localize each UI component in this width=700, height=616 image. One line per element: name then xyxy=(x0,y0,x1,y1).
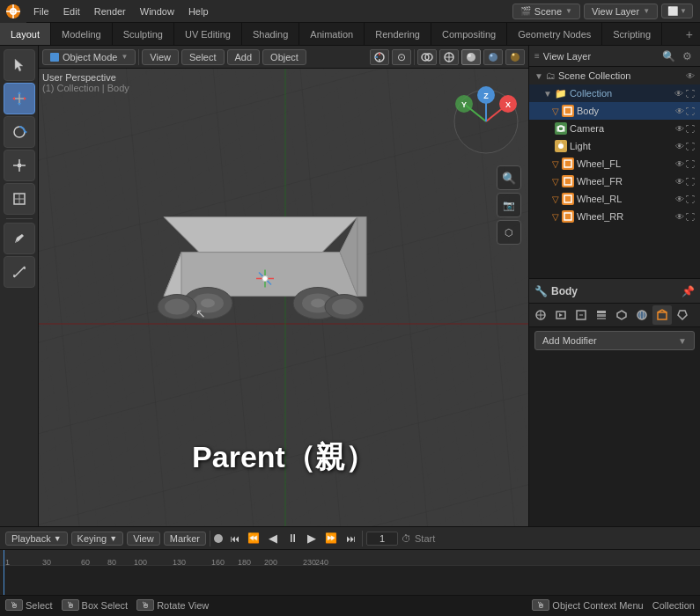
menu-render[interactable]: Render xyxy=(87,0,133,22)
viewport-view-menu[interactable]: View xyxy=(142,49,179,65)
props-icon-object[interactable] xyxy=(652,305,672,325)
outliner-item-wheel-fr[interactable]: ▽ Wheel_FR 👁 ⛶ xyxy=(529,172,700,190)
props-icon-render[interactable] xyxy=(551,305,571,325)
viewport-add-menu[interactable]: Add xyxy=(227,49,261,65)
menu-edit[interactable]: Edit xyxy=(56,0,87,22)
tab-sculpting[interactable]: Sculpting xyxy=(113,23,174,45)
measure-tool[interactable] xyxy=(4,256,35,288)
camera-eye[interactable]: 👁 xyxy=(675,124,684,134)
play-reverse-btn[interactable]: ◀ xyxy=(265,531,281,546)
timeline-view-menu[interactable]: View xyxy=(127,532,160,546)
collection-hide-select[interactable]: ⛶ xyxy=(686,89,695,99)
timeline-playhead[interactable] xyxy=(4,550,4,595)
light-restrict[interactable]: ⛶ xyxy=(686,142,695,151)
tab-animation[interactable]: Animation xyxy=(299,23,365,45)
statusbar-rotate-view[interactable]: 🖱 Rotate View xyxy=(136,599,209,611)
body-eye[interactable]: 👁 xyxy=(675,106,684,116)
move-tool[interactable] xyxy=(4,83,35,114)
jump-end-btn[interactable]: ⏭ xyxy=(343,531,358,546)
menu-file[interactable]: File xyxy=(26,0,56,22)
props-icon-world[interactable] xyxy=(632,305,652,325)
wheel-fl-eye[interactable]: 👁 xyxy=(675,159,684,169)
scene-collection-eye[interactable]: 👁 xyxy=(686,71,695,81)
viewport-object-menu[interactable]: Object xyxy=(262,49,306,65)
camera-view-button[interactable]: 📷 xyxy=(497,193,521,217)
menu-window[interactable]: Window xyxy=(133,0,181,22)
wheel-rl-eye[interactable]: 👁 xyxy=(675,194,684,204)
viewport-overlay-toggle[interactable]: ⊙ xyxy=(392,49,411,65)
solid-shading[interactable] xyxy=(461,49,481,65)
tab-rendering[interactable]: Rendering xyxy=(365,23,431,45)
timeline-playback-menu[interactable]: Playback▼ xyxy=(5,532,68,546)
rotate-tool[interactable] xyxy=(4,116,35,148)
properties-pin[interactable]: 📌 xyxy=(682,285,695,297)
camera-restrict[interactable]: ⛶ xyxy=(686,124,695,134)
current-frame-input[interactable]: 1 xyxy=(366,532,398,546)
navigation-gizmo[interactable]: X Y Z xyxy=(451,86,521,157)
wheel-rr-eye[interactable]: 👁 xyxy=(675,212,684,222)
annotate-tool[interactable] xyxy=(4,223,35,254)
xray-toggle[interactable] xyxy=(417,49,437,65)
props-icon-viewlayer[interactable] xyxy=(592,305,611,325)
collection-eye[interactable]: 👁 xyxy=(674,89,683,99)
material-shading[interactable] xyxy=(483,49,503,65)
body-select[interactable]: ⛶ xyxy=(686,106,695,116)
viewport-gizmo-toggle[interactable] xyxy=(370,49,389,65)
blender-logo[interactable] xyxy=(0,0,26,23)
statusbar-context-menu[interactable]: 🖱 Object Context Menu xyxy=(532,599,643,611)
engine-selector[interactable]: ⬜ ▼ xyxy=(661,4,693,18)
transform-tool[interactable] xyxy=(4,183,35,215)
light-eye[interactable]: 👁 xyxy=(675,142,684,151)
outliner-item-wheel-fl[interactable]: ▽ Wheel_FL 👁 ⛶ xyxy=(529,155,700,172)
outliner-item-light[interactable]: Light 👁 ⛶ xyxy=(529,137,700,155)
wheel-rl-restrict[interactable]: ⛶ xyxy=(686,194,695,204)
object-mode-selector[interactable]: Object Mode ▼ xyxy=(42,49,136,65)
outliner-item-wheel-rr[interactable]: ▽ Wheel_RR 👁 ⛶ xyxy=(529,208,700,225)
wheel-fr-eye[interactable]: 👁 xyxy=(675,177,684,187)
wheel-fl-restrict[interactable]: ⛶ xyxy=(686,159,695,169)
wheel-rr-restrict[interactable]: ⛶ xyxy=(686,212,695,222)
outliner-item-wheel-rl[interactable]: ▽ Wheel_RL 👁 ⛶ xyxy=(529,190,700,208)
cursor-tool[interactable] xyxy=(4,49,35,81)
scene-collection-row[interactable]: ▼ 🗂 Scene Collection 👁 xyxy=(529,67,700,84)
outliner-filter[interactable]: ⚙ xyxy=(679,49,695,63)
outliner-search[interactable]: 🔍 xyxy=(660,49,676,63)
tab-modeling[interactable]: Modeling xyxy=(51,23,113,45)
tab-layout[interactable]: Layout xyxy=(0,23,51,45)
collection-row[interactable]: ▼ 📁 Collection 👁 ⛶ xyxy=(529,84,700,102)
props-icon-scene2[interactable] xyxy=(612,305,631,325)
tab-geometry-nodes[interactable]: Geometry Nodes xyxy=(507,23,602,45)
next-keyframe-btn[interactable]: ⏩ xyxy=(323,531,339,546)
tab-scripting[interactable]: Scripting xyxy=(602,23,662,45)
tab-compositing[interactable]: Compositing xyxy=(431,23,507,45)
prev-keyframe-btn[interactable]: ⏪ xyxy=(246,531,262,546)
menu-help[interactable]: Help xyxy=(181,0,216,22)
viewport-select-menu[interactable]: Select xyxy=(181,49,225,65)
statusbar-select[interactable]: 🖱 Select xyxy=(5,599,53,611)
outliner-item-camera[interactable]: Camera 👁 ⛶ xyxy=(529,120,700,137)
props-icon-output[interactable] xyxy=(571,305,591,325)
tab-shading[interactable]: Shading xyxy=(242,23,299,45)
tab-uv[interactable]: UV Editing xyxy=(174,23,242,45)
add-workspace-button[interactable]: + xyxy=(679,27,700,41)
svg-text:X: X xyxy=(505,100,511,109)
scale-tool[interactable] xyxy=(4,150,35,181)
rendered-shading[interactable] xyxy=(505,49,525,65)
timeline-keying-menu[interactable]: Keying▼ xyxy=(71,532,124,546)
statusbar-box-select[interactable]: 🖱 Box Select xyxy=(62,599,129,611)
play-btn[interactable]: ▶ xyxy=(304,531,320,546)
stop-btn[interactable]: ⏸ xyxy=(284,531,300,546)
wheel-fr-restrict[interactable]: ⛶ xyxy=(686,177,695,187)
keyframe-dot[interactable] xyxy=(214,534,223,543)
props-icon-modifier[interactable] xyxy=(673,305,692,325)
add-modifier-button[interactable]: Add Modifier ▼ xyxy=(534,331,695,350)
ortho-persp-button[interactable]: ⬡ xyxy=(497,220,521,245)
props-icon-scene[interactable] xyxy=(531,305,550,325)
view-layer-selector[interactable]: View Layer ▼ xyxy=(584,4,658,19)
wireframe-shading[interactable] xyxy=(439,49,459,65)
timeline-marker-menu[interactable]: Marker xyxy=(164,532,206,546)
scene-selector[interactable]: 🎬 Scene ▼ xyxy=(512,4,580,19)
jump-start-btn[interactable]: ⏮ xyxy=(226,531,242,546)
zoom-in-button[interactable]: 🔍 xyxy=(497,165,521,190)
outliner-item-body[interactable]: ▽ Body 👁 ⛶ xyxy=(529,102,700,120)
